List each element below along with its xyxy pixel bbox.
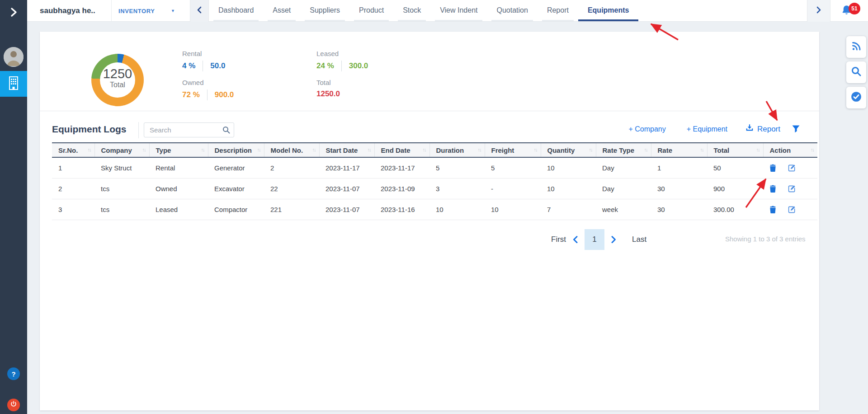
col-rate[interactable]: Rate↑↓ [651,143,707,157]
col-srno[interactable]: Sr.No.↑↓ [52,143,94,157]
stat-total-value: 1250.0 [316,89,340,99]
col-freight[interactable]: Freight↑↓ [485,143,541,157]
chevron-right-icon [816,6,821,15]
tab-dashboard[interactable]: Dashboard [209,0,263,22]
tab-stock[interactable]: Stock [393,0,430,22]
edit-button[interactable] [788,164,796,172]
edit-button[interactable] [788,206,796,213]
stat-rental: Rental 4 % 50.0 [182,50,316,71]
sidebar-expand-toggle[interactable] [0,6,27,20]
delete-button[interactable] [769,185,776,193]
cell-company: tcs [94,179,149,199]
col-total[interactable]: Total↑↓ [707,143,763,157]
cell-srno: 2 [52,179,94,199]
stat-divider [207,89,208,100]
stat-owned: Owned 72 % 900.0 [182,79,316,100]
global-search-button[interactable] [846,61,866,83]
sort-icon[interactable]: ↑↓ [644,147,647,152]
col-end-date[interactable]: End Date↑↓ [374,143,429,157]
cell-srno: 1 [52,157,94,179]
stat-owned-value: 900.0 [215,90,234,99]
sort-icon[interactable]: ↑↓ [756,147,760,152]
cell-company: Sky Struct [94,157,149,179]
cell-end-date: 2023-11-16 [374,199,429,220]
donut-total-caption: Total [91,81,144,89]
sidebar-item-inventory[interactable] [0,71,27,97]
col-start-date[interactable]: Start Date↑↓ [319,143,374,157]
pagination-prev-icon[interactable] [572,235,578,244]
nav-collapse-button[interactable] [190,0,209,22]
table-row: 2 tcs Owned Excavator 22 2023-11-07 2023… [52,179,817,199]
col-type[interactable]: Type↑↓ [149,143,208,157]
tab-quotation[interactable]: Quotation [487,0,537,22]
col-quantity[interactable]: Quantity↑↓ [541,143,596,157]
module-dropdown[interactable]: INVENTORY ▼ [112,0,190,22]
search-icon [851,66,862,79]
pagination-first[interactable]: First [551,235,566,244]
table-row: 1 Sky Struct Rental Generator 2 2023-11-… [52,157,817,179]
pagination-next-icon[interactable] [611,235,617,244]
sort-icon[interactable]: ↑↓ [88,147,91,152]
col-action[interactable]: Action↑↓ [763,143,817,157]
sort-icon[interactable]: ↑↓ [312,147,316,152]
stat-divider [341,61,342,71]
col-description[interactable]: Description↑↓ [208,143,264,157]
delete-button[interactable] [769,206,776,213]
sort-icon[interactable]: ↑↓ [700,147,703,152]
tab-asset[interactable]: Asset [263,0,300,22]
app-title: saubhagya he.. [27,0,112,22]
col-duration[interactable]: Duration↑↓ [429,143,485,157]
pagination-last[interactable]: Last [632,235,646,244]
tab-report[interactable]: Report [538,0,578,22]
cell-rate: 30 [651,199,707,220]
tab-product[interactable]: Product [349,0,393,22]
sidebar: ? [0,0,27,414]
sort-icon[interactable]: ↑↓ [201,147,204,152]
help-button[interactable]: ? [7,367,20,380]
add-equipment-button[interactable]: + Equipment [687,125,727,133]
sort-icon[interactable]: ↑↓ [368,147,371,152]
tab-suppliers[interactable]: Suppliers [300,0,349,22]
sort-icon[interactable]: ↑↓ [478,147,481,152]
search-input[interactable] [144,122,234,137]
sort-icon[interactable]: ↑↓ [811,147,814,152]
tab-equipments[interactable]: Equipments [578,0,639,22]
cell-description: Excavator [208,179,264,199]
tab-view-indent[interactable]: View Indent [430,0,487,22]
user-avatar[interactable] [4,47,24,67]
cell-quantity: 7 [541,199,596,220]
logout-button[interactable] [7,399,20,411]
edit-button[interactable] [788,185,796,193]
add-company-button[interactable]: + Company [628,125,665,133]
cell-freight: 10 [485,199,541,220]
filter-button[interactable] [792,125,800,133]
delete-button[interactable] [769,164,776,172]
tasks-done-button[interactable] [846,87,866,108]
pagination-page-1[interactable]: 1 [585,229,604,250]
notification-count-badge[interactable]: 51 [849,3,860,14]
col-model-no[interactable]: Model No.↑↓ [264,143,319,157]
col-company[interactable]: Company↑↓ [94,143,149,157]
cell-duration: 5 [429,157,485,179]
nav-expand-button[interactable] [807,0,830,22]
chevron-right-icon [9,7,18,19]
cell-model-no: 22 [264,179,319,199]
search-icon[interactable] [222,126,230,136]
report-button[interactable]: Report [745,124,780,134]
showing-entries-text: Showing 1 to 3 of 3 entries [725,235,806,243]
stat-leased: Leased 24 % 300.0 [316,50,368,71]
cell-quantity: 10 [541,179,596,199]
cell-rate-type: week [596,199,651,220]
sort-icon[interactable]: ↑↓ [534,147,537,152]
sort-icon[interactable]: ↑↓ [142,147,146,152]
donut-center-label: 1250 Total [91,66,144,89]
sort-icon[interactable]: ↑↓ [257,147,260,152]
sort-icon[interactable]: ↑↓ [423,147,426,152]
cell-quantity: 10 [541,157,596,179]
module-dropdown-label: INVENTORY [118,8,155,14]
feed-button[interactable] [846,36,866,58]
cell-rate-type: Day [596,157,651,179]
donut-total-value: 1250 [91,66,144,81]
col-rate-type[interactable]: Rate Type↑↓ [596,143,651,157]
sort-icon[interactable]: ↑↓ [589,147,592,152]
